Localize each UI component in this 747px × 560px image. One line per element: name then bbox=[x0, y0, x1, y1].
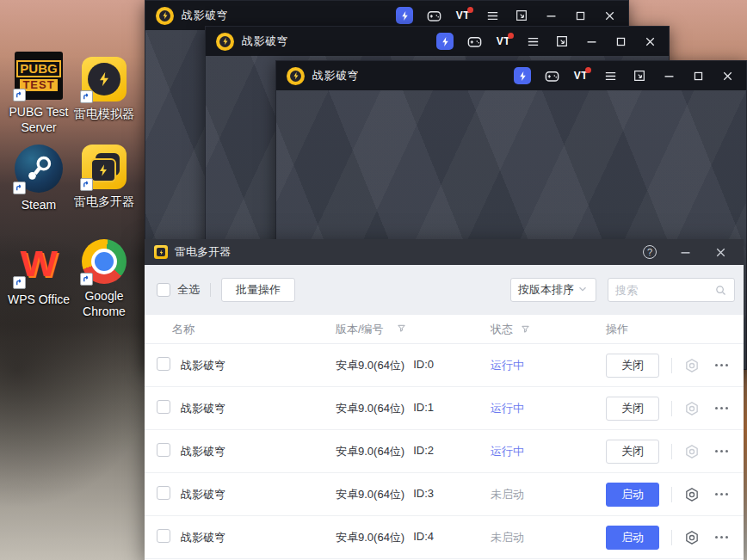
shortcut-arrow-icon bbox=[80, 90, 93, 103]
icon-label: 雷电多开器 bbox=[72, 194, 136, 210]
close-icon[interactable] bbox=[719, 67, 736, 84]
boost-lightning-icon[interactable] bbox=[396, 7, 413, 24]
table-row: 战影破穹 安卓9.0(64位) ID:4 未启动 启动 bbox=[145, 516, 744, 559]
help-icon[interactable]: ? bbox=[641, 243, 658, 261]
more-options-icon[interactable] bbox=[713, 446, 730, 456]
shortcut-arrow-icon bbox=[13, 89, 26, 102]
popout-icon[interactable] bbox=[553, 33, 571, 50]
desktop-icon-wps-office[interactable]: W WPS Office bbox=[7, 239, 71, 308]
icon-label: Steam bbox=[7, 198, 71, 213]
instance-id: ID:0 bbox=[413, 358, 434, 373]
more-options-icon[interactable] bbox=[713, 532, 730, 542]
minimize-icon[interactable] bbox=[583, 33, 600, 50]
vt-badge[interactable]: VT bbox=[454, 7, 472, 24]
settings-gear-icon[interactable] bbox=[684, 487, 700, 502]
instance-status: 运行中 bbox=[491, 444, 594, 459]
vt-badge[interactable]: VT bbox=[495, 33, 512, 50]
maximize-icon[interactable] bbox=[689, 67, 707, 84]
popout-icon[interactable] bbox=[631, 67, 648, 84]
instance-action-button[interactable]: 关闭 bbox=[606, 440, 659, 464]
filter-icon[interactable] bbox=[521, 323, 530, 336]
more-options-icon[interactable] bbox=[713, 360, 730, 370]
row-checkbox[interactable] bbox=[157, 400, 170, 414]
instance-action-button[interactable]: 关闭 bbox=[606, 354, 659, 378]
settings-gear-icon[interactable] bbox=[684, 444, 700, 459]
maximize-icon[interactable] bbox=[571, 7, 589, 24]
table-row: 战影破穹 安卓9.0(64位) ID:3 未启动 启动 bbox=[145, 473, 744, 516]
instance-status: 未启动 bbox=[491, 530, 594, 545]
select-all-checkbox[interactable] bbox=[157, 283, 170, 297]
emulator-titlebar[interactable]: 战影破穹 VT bbox=[276, 61, 746, 90]
icon-label: Google Chrome bbox=[72, 289, 136, 319]
filter-icon[interactable] bbox=[397, 323, 406, 338]
instance-name: 战影破穹 bbox=[181, 530, 336, 545]
table-row: 战影破穹 安卓9.0(64位) ID:0 运行中 关闭 bbox=[145, 344, 744, 387]
settings-gear-icon[interactable] bbox=[684, 358, 700, 373]
chevron-down-icon bbox=[577, 283, 589, 298]
app-logo-icon bbox=[156, 7, 174, 25]
boost-lightning-icon[interactable] bbox=[436, 33, 454, 50]
menu-icon[interactable] bbox=[602, 67, 619, 84]
more-options-icon[interactable] bbox=[713, 489, 730, 499]
instance-action-button[interactable]: 启动 bbox=[606, 483, 659, 507]
table-row: 战影破穹 安卓9.0(64位) ID:1 运行中 关闭 bbox=[145, 387, 744, 430]
popout-icon[interactable] bbox=[513, 7, 530, 24]
row-checkbox[interactable] bbox=[157, 529, 170, 543]
batch-operations-button[interactable]: 批量操作 bbox=[221, 278, 295, 302]
notification-dot bbox=[585, 67, 591, 73]
minimize-icon[interactable] bbox=[542, 7, 559, 24]
row-checkbox[interactable] bbox=[157, 443, 170, 457]
minimize-icon[interactable] bbox=[676, 243, 694, 261]
sort-dropdown[interactable]: 按版本排序 bbox=[510, 278, 596, 302]
instance-id: ID:2 bbox=[413, 444, 434, 459]
menu-icon[interactable] bbox=[524, 33, 541, 50]
desktop-icon-pubg-test-server[interactable]: PUBG TEST PUBG Test Server bbox=[7, 52, 71, 135]
header-status[interactable]: 状态 bbox=[491, 322, 594, 337]
settings-gear-icon[interactable] bbox=[684, 401, 700, 416]
instance-id: ID:4 bbox=[413, 530, 434, 545]
desktop-icon-ldmultiplayer[interactable]: 雷电多开器 bbox=[72, 145, 136, 210]
more-options-icon[interactable] bbox=[713, 403, 730, 413]
menu-icon[interactable] bbox=[484, 7, 501, 24]
ldplayer-icon bbox=[82, 57, 127, 102]
shortcut-arrow-icon bbox=[13, 276, 26, 289]
instance-action-button[interactable]: 启动 bbox=[606, 526, 659, 550]
close-icon[interactable] bbox=[712, 243, 729, 261]
row-checkbox[interactable] bbox=[157, 357, 170, 371]
boost-lightning-icon[interactable] bbox=[514, 67, 531, 84]
icon-label: PUBG Test Server bbox=[7, 105, 71, 135]
search-input[interactable] bbox=[615, 284, 714, 297]
emulator-titlebar[interactable]: 战影破穹 VT bbox=[206, 27, 669, 56]
manager-logo-icon bbox=[154, 245, 168, 259]
ldmultiplayer-icon bbox=[82, 145, 127, 189]
instance-version: 安卓9.0(64位) bbox=[336, 358, 404, 373]
sort-dropdown-value: 按版本排序 bbox=[518, 282, 574, 298]
chrome-icon bbox=[82, 239, 127, 284]
close-icon[interactable] bbox=[601, 7, 618, 24]
row-checkbox[interactable] bbox=[157, 486, 170, 500]
instance-action-button[interactable]: 关闭 bbox=[606, 397, 659, 421]
row-divider bbox=[671, 530, 672, 545]
row-divider bbox=[671, 444, 672, 459]
vt-badge[interactable]: VT bbox=[572, 67, 590, 84]
shortcut-arrow-icon bbox=[13, 182, 26, 194]
gamepad-icon[interactable] bbox=[466, 33, 483, 50]
minimize-icon[interactable] bbox=[660, 67, 677, 84]
manager-titlebar[interactable]: 雷电多开器 ? bbox=[145, 239, 744, 265]
search-box[interactable] bbox=[608, 278, 735, 302]
row-divider bbox=[671, 358, 672, 373]
shortcut-arrow-icon bbox=[80, 178, 93, 191]
maximize-icon[interactable] bbox=[612, 33, 629, 50]
header-version[interactable]: 版本/编号 bbox=[336, 322, 491, 337]
desktop-icon-google-chrome[interactable]: Google Chrome bbox=[72, 239, 136, 319]
desktop-icon-steam[interactable]: Steam bbox=[7, 145, 71, 213]
gamepad-icon[interactable] bbox=[543, 67, 560, 84]
instance-version: 安卓9.0(64位) bbox=[336, 530, 404, 545]
header-operations: 操作 bbox=[606, 322, 628, 337]
desktop-icon-ldplayer[interactable]: 雷电模拟器 bbox=[72, 57, 136, 122]
table-row: 战影破穹 安卓9.0(64位) ID:2 运行中 关闭 bbox=[145, 430, 744, 473]
gamepad-icon[interactable] bbox=[425, 7, 442, 24]
settings-gear-icon[interactable] bbox=[684, 530, 700, 545]
close-icon[interactable] bbox=[641, 33, 658, 50]
search-icon bbox=[714, 284, 727, 297]
